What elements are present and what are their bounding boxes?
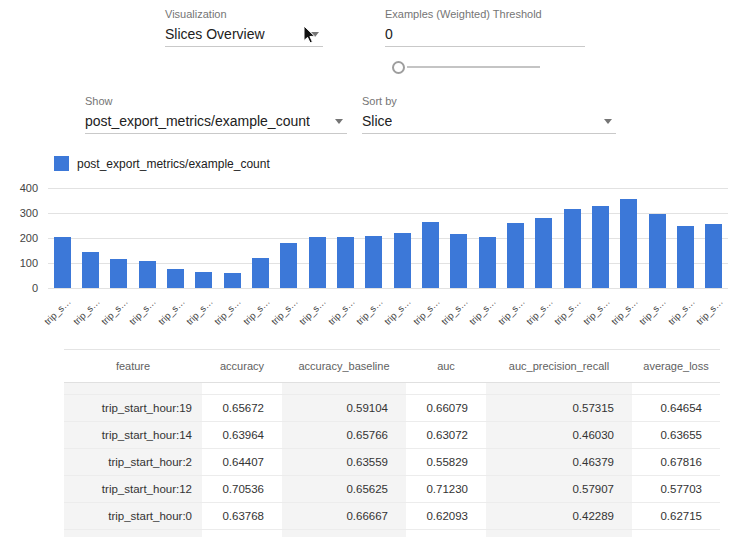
metric-cell: 0.66667 xyxy=(282,503,406,530)
gridline xyxy=(48,288,728,289)
table-row[interactable]: trip_start_hour:20.644070.635590.558290.… xyxy=(64,449,720,476)
bar[interactable] xyxy=(620,199,637,288)
bar-slot xyxy=(388,188,416,288)
metric-cell: 0.57703 xyxy=(632,476,720,503)
bar[interactable] xyxy=(677,226,694,289)
metric-cell: 0.66079 xyxy=(406,395,486,422)
bar[interactable] xyxy=(280,243,297,288)
feature-cell: trip_start_hour:0 xyxy=(64,503,202,530)
table-row[interactable]: trip_start_hour:120.705360.656250.712300… xyxy=(64,476,720,503)
chevron-down-icon xyxy=(335,119,343,124)
column-header[interactable]: accuracy xyxy=(202,350,282,383)
table-spacer-row xyxy=(64,383,720,395)
table-cell xyxy=(406,383,486,395)
threshold-slider[interactable] xyxy=(392,60,540,74)
bar[interactable] xyxy=(82,252,99,288)
bar[interactable] xyxy=(705,224,722,288)
table-cell xyxy=(64,383,202,395)
column-header[interactable]: auc xyxy=(406,350,486,383)
table-row[interactable]: trip_start_hour:190.656720.591040.660790… xyxy=(64,395,720,422)
slider-knob[interactable] xyxy=(392,61,405,74)
bar-slot xyxy=(133,188,161,288)
bar-slot xyxy=(700,188,728,288)
chevron-down-icon xyxy=(604,119,612,124)
table-row[interactable]: trip_start_hour:140.639640.657660.630720… xyxy=(64,422,720,449)
metric-cell: 0.64654 xyxy=(632,395,720,422)
bar-chart xyxy=(48,188,728,288)
visualization-select[interactable]: Slices Overview xyxy=(165,22,323,47)
bar-slot xyxy=(190,188,218,288)
bar[interactable] xyxy=(507,223,524,288)
bar-slot xyxy=(105,188,133,288)
bar[interactable] xyxy=(592,206,609,289)
bar-slot xyxy=(671,188,699,288)
bar-slot xyxy=(416,188,444,288)
chart-legend: post_export_metrics/example_count xyxy=(54,156,270,171)
table-row[interactable]: trip_start_hour:230.660160.648440.583370… xyxy=(64,530,720,537)
bar-slot xyxy=(275,188,303,288)
metric-cell: 0.63559 xyxy=(282,449,406,476)
bar-slot xyxy=(643,188,671,288)
bar[interactable] xyxy=(535,218,552,288)
bar[interactable] xyxy=(365,236,382,289)
feature-cell: trip_start_hour:14 xyxy=(64,422,202,449)
metric-cell: 0.62093 xyxy=(406,503,486,530)
table-cell xyxy=(486,383,632,395)
column-header[interactable]: feature xyxy=(64,350,202,383)
metric-cell: 0.65766 xyxy=(282,422,406,449)
metric-cell: 0.62715 xyxy=(632,503,720,530)
threshold-value: 0 xyxy=(385,22,393,46)
bar[interactable] xyxy=(224,273,241,288)
bar-chart-bars xyxy=(48,188,728,288)
metric-cell: 0.63768 xyxy=(202,503,282,530)
chevron-down-icon xyxy=(311,32,319,37)
slicing-metrics-browser: Visualization Slices Overview Examples (… xyxy=(0,0,740,537)
sort-by-select[interactable]: Slice xyxy=(362,109,616,134)
bar[interactable] xyxy=(479,237,496,288)
column-header[interactable]: average_loss xyxy=(632,350,720,383)
table-cell xyxy=(202,383,282,395)
metric-cell: 0.57315 xyxy=(486,395,632,422)
bar[interactable] xyxy=(252,258,269,288)
threshold-label: Examples (Weighted) Threshold xyxy=(385,8,542,20)
metric-cell: 0.46379 xyxy=(486,449,632,476)
bar[interactable] xyxy=(422,222,439,288)
feature-cell: trip_start_hour:2 xyxy=(64,449,202,476)
column-header[interactable]: auc_precision_recall xyxy=(486,350,632,383)
bar[interactable] xyxy=(139,261,156,289)
legend-label: post_export_metrics/example_count xyxy=(77,157,270,171)
table-row[interactable]: trip_start_hour:00.637680.666670.620930.… xyxy=(64,503,720,530)
metric-cell: 0.67816 xyxy=(632,449,720,476)
metric-cell: 0.57907 xyxy=(486,476,632,503)
metric-cell: 0.64844 xyxy=(282,530,406,537)
bar[interactable] xyxy=(309,237,326,288)
bar[interactable] xyxy=(54,237,71,288)
y-tick-label: 100 xyxy=(2,256,38,270)
column-header[interactable]: accuracy_baseline xyxy=(282,350,406,383)
bar[interactable] xyxy=(167,269,184,288)
bar[interactable] xyxy=(649,214,666,288)
bar-slot xyxy=(360,188,388,288)
show-value: post_export_metrics/example_count xyxy=(85,109,310,133)
show-select[interactable]: post_export_metrics/example_count xyxy=(85,109,347,134)
bar-slot xyxy=(331,188,359,288)
metrics-table: featureaccuracyaccuracy_baselineaucauc_p… xyxy=(64,349,720,537)
y-tick-label: 200 xyxy=(2,231,38,245)
y-tick-label: 300 xyxy=(2,206,38,220)
show-label: Show xyxy=(85,95,113,107)
bar[interactable] xyxy=(337,237,354,288)
bar[interactable] xyxy=(195,272,212,288)
bar-slot xyxy=(530,188,558,288)
bar[interactable] xyxy=(394,233,411,288)
bar-slot xyxy=(246,188,274,288)
threshold-input[interactable]: 0 xyxy=(385,22,585,47)
bar-slot xyxy=(76,188,104,288)
bar-slot xyxy=(303,188,331,288)
y-axis: 4003002001000 xyxy=(2,181,38,301)
bar[interactable] xyxy=(564,209,581,288)
metric-cell: 0.63655 xyxy=(632,422,720,449)
metric-cell: 0.55829 xyxy=(406,449,486,476)
metric-cell: 0.66016 xyxy=(202,530,282,537)
bar[interactable] xyxy=(110,259,127,288)
bar[interactable] xyxy=(450,234,467,288)
